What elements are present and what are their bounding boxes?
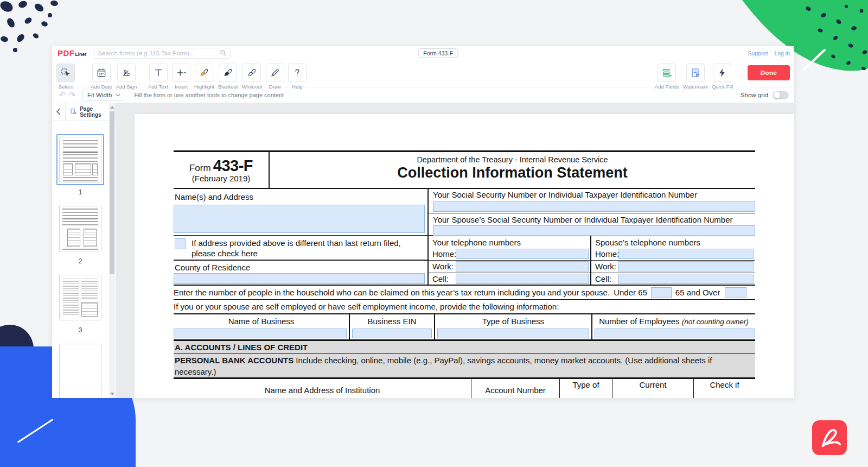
login-link[interactable]: Log in (774, 50, 790, 56)
form-433f: Form 433-F (February 2019) Department of… (174, 150, 755, 398)
add-fields-button[interactable]: Add Fields (655, 64, 679, 90)
page-thumbnail-4[interactable] (56, 341, 105, 398)
select-tool-button[interactable]: Select (56, 64, 75, 90)
undo-icon[interactable]: ↶ (58, 91, 67, 99)
pdf-reader-badge (812, 420, 847, 455)
spouse-cell-phone-field[interactable] (618, 274, 754, 284)
highlight-brush-icon (199, 67, 209, 78)
panel-scrollbar[interactable] (109, 103, 115, 398)
spouse-ssn-field[interactable] (433, 225, 755, 236)
content-area: Page Settings 1 (52, 103, 794, 398)
business-name-field[interactable] (174, 329, 347, 338)
address-phones-row: If address provided above is different t… (174, 236, 755, 286)
department-line: Department of the Treasury - Internal Re… (270, 155, 755, 164)
household-row: Enter the number of people in the househ… (174, 286, 755, 300)
document-tab[interactable]: Form 433-F (418, 48, 458, 58)
spouse-ssn-label: Your Spouse’s Social Security Number or … (429, 213, 755, 225)
thumbnail-image-4 (59, 344, 101, 398)
main-toolbar: Select Add Date Add Sign Add Text Insert (52, 60, 794, 87)
select-cursor-icon (60, 67, 71, 78)
pdfliner-logo[interactable]: PDF Liner (58, 48, 86, 58)
editor-hint-text: Fill the form or use another tools to ch… (134, 92, 284, 98)
home-label: Home: (429, 249, 456, 258)
account-number-header: Account Number (471, 379, 559, 398)
highlight-button[interactable]: Highlight (194, 64, 214, 90)
ssn-field[interactable] (433, 201, 755, 212)
under-65-field[interactable] (651, 287, 672, 298)
business-name-header: Name of Business (174, 314, 349, 328)
current-header: Current (612, 379, 693, 398)
spouse-home-phone-field[interactable] (618, 249, 754, 259)
form-revision: (February 2019) (192, 174, 251, 183)
zoom-value: Fit Width (87, 92, 112, 98)
institution-header: Name and Address of Institution (174, 379, 471, 398)
draw-button[interactable]: Draw (266, 64, 284, 90)
question-icon (292, 67, 303, 78)
decor-navy-circle (0, 325, 34, 373)
page-settings-icon (70, 108, 77, 116)
county-field[interactable] (174, 273, 425, 284)
page-thumbnail-1[interactable]: 1 (56, 134, 105, 203)
self-employed-text: If you or your spouse are self employed … (174, 302, 559, 311)
redo-icon[interactable]: ↷ (67, 91, 77, 99)
add-text-button[interactable]: Add Text (148, 64, 168, 90)
help-button[interactable]: Help (288, 64, 307, 90)
insert-button[interactable]: Insert (172, 64, 190, 90)
name-ssn-row: Name(s) and Address Your Social Security… (174, 189, 755, 236)
address-different-checkbox[interactable] (175, 238, 186, 249)
support-link[interactable]: Support (748, 50, 768, 56)
page-thumbnail-2[interactable]: 2 (56, 203, 105, 272)
lightning-icon (717, 67, 727, 78)
bank-table-header-row: Name and Address of Institution Account … (174, 379, 755, 398)
search-input[interactable] (98, 50, 220, 56)
search-icon[interactable] (220, 49, 227, 56)
sub-toolbar: ↶ ↷ Fit Width Fill the form or use anoth… (52, 87, 794, 103)
form-number: 433-F (213, 157, 253, 174)
scroll-up-arrow[interactable] (110, 106, 114, 109)
your-work-phone-field[interactable] (456, 261, 589, 272)
business-type-field[interactable] (437, 329, 589, 338)
blackout-button[interactable]: Blackout (218, 64, 238, 90)
quick-fill-button[interactable]: Quick Fill (712, 64, 733, 90)
scrollbar-thumb[interactable] (110, 111, 114, 274)
employees-field[interactable] (595, 329, 755, 338)
self-employed-row: If you or your spouse are self employed … (174, 300, 755, 314)
add-sign-button[interactable]: Add Sign (116, 64, 137, 90)
form-word: Form (189, 163, 211, 173)
search-box (94, 48, 231, 59)
spouse-work-phone-field[interactable] (618, 261, 754, 272)
over-65-field[interactable] (725, 287, 746, 298)
business-ein-field[interactable] (352, 329, 432, 338)
show-grid-toggle[interactable] (773, 91, 789, 99)
add-date-button[interactable]: Add Date (91, 64, 112, 90)
whiteout-button[interactable]: Whiteout (241, 64, 262, 90)
spouse-phones-label: Spouse’s telephone numbers (591, 236, 755, 248)
your-phones-label: Your telephone numbers (429, 236, 590, 248)
your-home-phone-field[interactable] (456, 249, 589, 259)
scroll-down-arrow[interactable] (110, 393, 114, 395)
done-button[interactable]: Done (748, 65, 790, 80)
zoom-select[interactable]: Fit Width (82, 90, 125, 101)
page-thumbnail-3[interactable]: 3 (56, 272, 105, 341)
thumbnail-image-2 (59, 206, 101, 251)
page-settings-label: Page Settings (80, 106, 111, 118)
plus-chevron-icon (176, 67, 187, 78)
watermark-button[interactable]: Watermark (683, 64, 708, 90)
name-address-label: Name(s) and Address (174, 189, 427, 201)
blackout-brush-icon (222, 67, 233, 78)
adobe-pdf-icon (817, 425, 842, 450)
over-65-label: 65 and Over (675, 288, 720, 297)
your-cell-phone-field[interactable] (456, 274, 589, 284)
logo-liner: Liner (75, 52, 87, 57)
name-address-cell: Name(s) and Address (174, 189, 429, 235)
check-if-header: Check if (693, 379, 755, 398)
cell-label: Cell: (591, 274, 618, 283)
personal-bank-accounts-note: PERSONAL BANK ACCOUNTS Include checking,… (174, 354, 755, 379)
collapse-panel-button[interactable] (52, 103, 65, 120)
text-icon (153, 67, 164, 78)
page-settings-tab[interactable]: Page Settings (65, 103, 116, 120)
name-address-field[interactable] (174, 205, 425, 233)
work-label: Work: (429, 262, 456, 271)
chevron-left-icon (56, 108, 61, 115)
page-number-2: 2 (79, 257, 82, 265)
